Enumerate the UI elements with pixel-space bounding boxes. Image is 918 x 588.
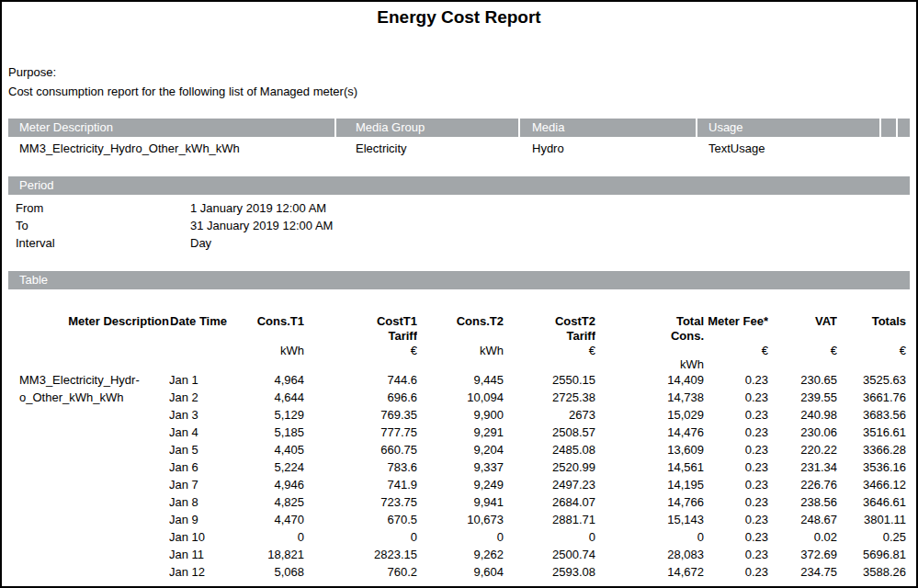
cell-cons-t2: 10,673: [417, 511, 504, 528]
period-from-value: 1 January 2019 12:00 AM: [190, 199, 326, 217]
cell-total-cons: 14,561: [595, 458, 704, 476]
cell-cons-t1: 5,129: [227, 406, 304, 424]
cell-meter-fee: 0.23: [704, 424, 768, 441]
cell-date: Jan 7: [169, 476, 227, 493]
cell-cons-t1: 4,405: [227, 441, 304, 458]
cell-vat: 230.65: [768, 371, 837, 389]
unit-cons-t1: kWh: [227, 344, 304, 371]
cell-total-cons: 13,609: [595, 441, 704, 458]
cell-cons-t2: 9,262: [417, 546, 504, 563]
cell-totals: 3525.63: [837, 371, 912, 389]
cell-totals: 3683.56: [837, 406, 912, 424]
meter-description-cell: MM3_Electricity_Hydr- o_Other_kWh_kWh: [8, 371, 169, 581]
cell-meter-fee: 0.23: [704, 528, 768, 546]
col-total-cons: Total Cons.: [595, 289, 704, 344]
media-value: Hydro: [520, 141, 697, 156]
cell-total-cons: 14,195: [595, 476, 704, 493]
unit-date-time: [169, 344, 227, 371]
cell-date: Jan 4: [169, 424, 227, 441]
cell-meter-fee: 0.23: [704, 476, 768, 493]
cell-meter-fee: 0.23: [704, 511, 768, 528]
meter-description-value: MM3_Electricity_Hydro_Other_kWh_kWh: [8, 141, 336, 156]
cell-totals: 3536.16: [837, 458, 912, 476]
page-title: Energy Cost Report: [2, 7, 916, 28]
cell-totals: 3661.76: [837, 389, 912, 406]
col-date-time: Date Time: [169, 289, 227, 344]
cell-meter-fee: 0.23: [704, 563, 768, 581]
cell-cost-t2: 2520.99: [504, 458, 595, 476]
cell-date: Jan 8: [169, 493, 227, 511]
media-group-value: Electricity: [336, 141, 520, 156]
cell-cons-t1: 18,821: [227, 546, 304, 563]
cell-vat: 238.56: [768, 493, 837, 511]
cell-date: Jan 5: [169, 441, 227, 458]
cell-vat: 230.06: [768, 424, 837, 441]
meters-row: MM3_Electricity_Hydro_Other_kWh_kWh Elec…: [8, 137, 910, 156]
cell-totals: 3366.28: [837, 441, 912, 458]
cell-cons-t2: 9,941: [417, 493, 504, 511]
cell-totals: 0.25: [837, 528, 912, 546]
col-cons-t2: Cons.T2: [417, 289, 504, 344]
unit-cost-t1: €: [304, 344, 417, 371]
energy-table: Meter Description Date Time Cons.T1 Cost…: [8, 289, 912, 581]
cell-date: Jan 3: [169, 406, 227, 424]
meters-section: Meter Description Media Group Media Usag…: [8, 119, 910, 156]
cell-total-cons: 14,476: [595, 424, 704, 441]
period-section-bar: Period: [8, 176, 910, 195]
cell-total-cons: 15,029: [595, 406, 704, 424]
cell-cost-t1: 2823.15: [304, 546, 417, 563]
period-row-from: From 1 January 2019 12:00 AM: [8, 199, 910, 217]
cell-cost-t1: 696.6: [304, 389, 417, 406]
header-label-row: Meter Description Date Time Cons.T1 Cost…: [8, 289, 912, 344]
cell-date: Jan 1: [169, 371, 227, 389]
col-vat: VAT: [768, 289, 837, 344]
cell-totals: 3646.61: [837, 493, 912, 511]
cell-cost-t2: 2593.08: [504, 563, 595, 581]
cell-meter-fee: 0.23: [704, 458, 768, 476]
cell-cost-t1: 0: [304, 528, 417, 546]
cell-cost-t1: 777.75: [304, 424, 417, 441]
cell-cost-t2: 2684.07: [504, 493, 595, 511]
cell-cost-t2: 0: [504, 528, 595, 546]
cell-cost-t1: 760.2: [304, 563, 417, 581]
cell-cost-t1: 741.9: [304, 476, 417, 493]
cell-totals: 3588.26: [837, 563, 912, 581]
unit-meter-fee: €: [704, 344, 768, 371]
cell-vat: 220.22: [768, 441, 837, 458]
cell-vat: 372.69: [768, 546, 837, 563]
cell-total-cons: 14,672: [595, 563, 704, 581]
col-meter-fee: Meter Fee*: [704, 289, 768, 344]
cell-cons-t2: 9,604: [417, 563, 504, 581]
cell-date: Jan 6: [169, 458, 227, 476]
cell-totals: 5696.81: [837, 546, 912, 563]
cell-cost-t1: 670.5: [304, 511, 417, 528]
cell-date: Jan 2: [169, 389, 227, 406]
cell-cons-t2: 9,445: [417, 371, 504, 389]
energy-cost-report-page: { "page": { "title": "Energy Cost Report…: [0, 0, 918, 588]
cell-cost-t2: 2485.08: [504, 441, 595, 458]
cell-meter-fee: 0.23: [704, 371, 768, 389]
period-interval-value: Day: [190, 234, 211, 252]
cell-cost-t1: 744.6: [304, 371, 417, 389]
meters-header-spacer-2: [898, 119, 910, 137]
cell-cost-t2: 2497.23: [504, 476, 595, 493]
col-cons-t1: Cons.T1: [227, 289, 304, 344]
cell-cost-t2: 2550.15: [504, 371, 595, 389]
cell-cons-t2: 9,291: [417, 424, 504, 441]
cell-cons-t1: 0: [227, 528, 304, 546]
table-section-bar: Table: [8, 271, 910, 289]
col-meter-description: Meter Description: [8, 289, 169, 344]
cell-meter-fee: 0.23: [704, 493, 768, 511]
cell-cost-t1: 723.75: [304, 493, 417, 511]
period-from-label: From: [8, 199, 190, 217]
cell-cons-t2: 9,337: [417, 458, 504, 476]
cell-totals: 3516.61: [837, 424, 912, 441]
cell-vat: 231.34: [768, 458, 837, 476]
meters-header-media: Media: [520, 119, 697, 137]
cell-meter-fee: 0.23: [704, 546, 768, 563]
unit-cost-t2: €: [504, 344, 595, 371]
cell-cons-t2: 9,900: [417, 406, 504, 424]
energy-table-body: MM3_Electricity_Hydr- o_Other_kWh_kWhJan…: [8, 371, 912, 581]
meters-header-usage: Usage: [697, 119, 881, 137]
cell-cons-t1: 4,964: [227, 371, 304, 389]
